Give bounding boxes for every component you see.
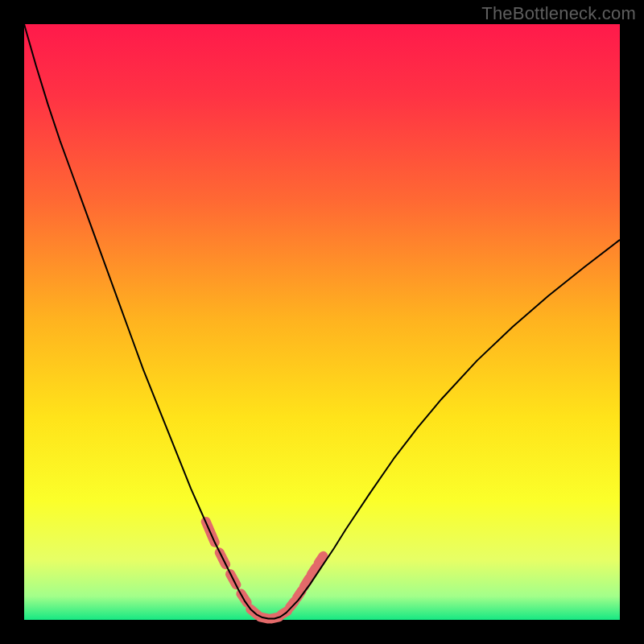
watermark-text: TheBottleneck.com <box>481 3 636 24</box>
bottleneck-chart <box>0 0 644 644</box>
chart-stage: TheBottleneck.com <box>0 0 644 644</box>
svg-line-11 <box>312 568 316 575</box>
svg-line-12 <box>319 556 324 564</box>
chart-background-gradient <box>24 24 620 620</box>
